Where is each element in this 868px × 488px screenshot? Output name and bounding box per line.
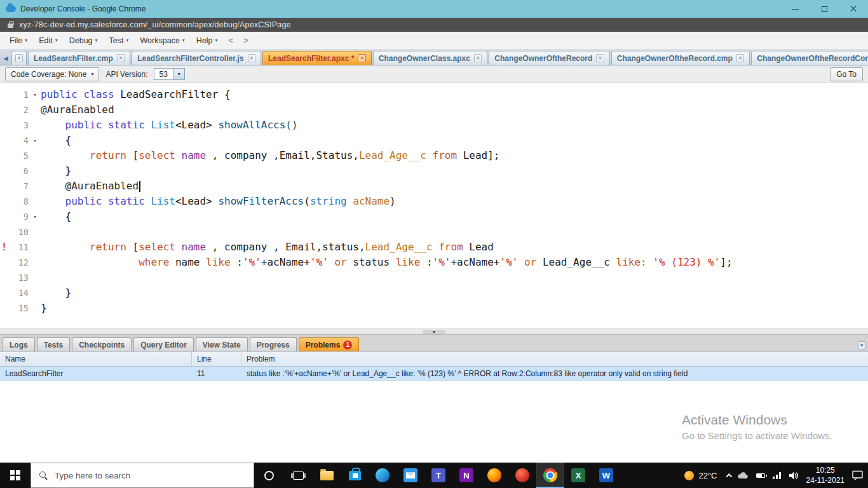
header-problem[interactable]: Problem — [241, 352, 868, 366]
code-line[interactable]: 7 @AuraEnabled — [0, 179, 868, 194]
panel-tab-label: Tests — [44, 341, 63, 349]
menu-label: Help — [196, 36, 213, 45]
panel-tab-query-editor[interactable]: Query Editor — [133, 337, 194, 351]
onedrive-cloud-icon[interactable] — [737, 471, 749, 479]
fold-caret-icon[interactable]: ▾ — [31, 209, 39, 224]
firefox-icon — [487, 468, 501, 482]
code-line[interactable]: !11 return [select name , company , Emai… — [0, 240, 868, 255]
editor-tab[interactable]: ChangeOwnerOftheRecordController.js× — [751, 51, 868, 65]
editor-tab[interactable]: LeadSearchFilterController.js× — [132, 51, 261, 65]
tab-close-icon[interactable]: × — [596, 54, 604, 62]
code-text: } — [41, 301, 47, 316]
panel-tab-logs[interactable]: Logs — [3, 337, 35, 351]
editor-tab[interactable]: ChangeOwnerOftheRecord.cmp× — [611, 51, 750, 65]
code-line[interactable]: 6 } — [0, 163, 868, 179]
code-line[interactable]: 2@AuraEnabled — [0, 102, 868, 118]
panel-splitter[interactable]: ▾ — [0, 329, 868, 335]
fold-caret-icon[interactable]: ▾ — [31, 133, 39, 148]
taskbar-clock[interactable]: 10:25 24-11-2021 — [806, 465, 845, 485]
tray-expand-icon[interactable] — [726, 473, 732, 479]
task-view-icon — [293, 471, 304, 480]
problem-row[interactable]: LeadSearchFilter11status like :'%'+acNam… — [0, 367, 868, 381]
close-button[interactable] — [839, 0, 868, 18]
restore-button[interactable] — [810, 0, 839, 18]
editor-tab[interactable]: ChangeOwnerClass.apxc× — [373, 51, 488, 65]
panel-tab-progress[interactable]: Progress — [250, 337, 297, 351]
start-button[interactable] — [0, 463, 31, 488]
taskbar-app-onenote[interactable]: N — [452, 463, 480, 488]
taskbar-apps: TNXW — [313, 463, 620, 488]
action-center-icon[interactable] — [852, 470, 863, 480]
volume-icon[interactable] — [789, 471, 799, 480]
editor-tab-active[interactable]: LeadSearchFilter.apxc *× — [262, 51, 372, 65]
menu-test[interactable]: Test▾ — [104, 34, 135, 48]
taskbar-app-opera[interactable] — [508, 463, 536, 488]
minimize-button[interactable] — [780, 0, 810, 18]
editor-tab[interactable]: LeadSearchFilter.cmp× — [28, 51, 130, 65]
code-editor[interactable]: 1▾public class LeadSearchFilter {2@AuraE… — [0, 83, 868, 329]
page-url[interactable]: xyz-78c-dev-ed.my.salesforce.com/_ui/com… — [19, 20, 291, 29]
editor-tab[interactable]: ChangeOwnerOftheRecord× — [489, 51, 609, 65]
editor-tab-clipped[interactable]: × — [11, 51, 27, 65]
panel-tab-checkpoints[interactable]: Checkpoints — [72, 337, 132, 351]
code-line[interactable]: 10 — [0, 224, 868, 240]
code-line[interactable]: 4▾ { — [0, 133, 868, 148]
splitter-handle-icon[interactable]: ▾ — [423, 330, 445, 334]
tab-close-icon[interactable]: × — [358, 54, 365, 62]
panel-tab-view-state[interactable]: View State — [196, 337, 248, 351]
menu-debug[interactable]: Debug▾ — [64, 34, 104, 48]
tab-close-icon[interactable]: × — [117, 54, 125, 62]
taskbar-app-word[interactable]: W — [592, 463, 620, 488]
code-line[interactable]: 8 public static List<Lead> showFilterAcc… — [0, 194, 868, 209]
code-line[interactable]: 13 — [0, 270, 868, 285]
taskbar-app-chrome[interactable] — [536, 463, 564, 488]
go-to-button[interactable]: Go To — [830, 67, 863, 81]
nav-back-button[interactable]: < — [224, 36, 239, 45]
menu-help[interactable]: Help▾ — [191, 34, 224, 48]
code-line[interactable]: 5 return [select name , company ,Email,S… — [0, 148, 868, 163]
code-coverage-dropdown[interactable]: Code Coverage: None ▾ — [5, 67, 99, 81]
tab-close-icon[interactable]: × — [736, 54, 744, 62]
taskbar-app-mail[interactable] — [397, 463, 424, 488]
api-version-select[interactable]: 53 ▾ — [154, 68, 184, 80]
code-line[interactable]: 1▾public class LeadSearchFilter { — [0, 87, 868, 102]
code-text: { — [41, 133, 71, 148]
taskbar-app-edge[interactable] — [369, 463, 397, 488]
code-line[interactable]: 15} — [0, 301, 868, 316]
code-line[interactable]: 9▾ { — [0, 209, 868, 224]
nav-forward-button[interactable]: > — [238, 36, 254, 45]
menu-edit[interactable]: Edit▾ — [33, 34, 64, 48]
address-bar[interactable]: xyz-78c-dev-ed.my.salesforce.com/_ui/com… — [0, 18, 868, 32]
taskbar-app-excel[interactable]: X — [564, 463, 592, 488]
taskbar-app-file-explorer[interactable] — [313, 463, 341, 488]
tab-label: LeadSearchFilter.cmp — [34, 54, 113, 63]
panel-scroll-icon[interactable]: ▾ — [858, 341, 865, 349]
tab-scroll-left-icon[interactable]: ◀ — [1, 52, 10, 65]
panel-tab-problems[interactable]: Problems1 — [299, 337, 360, 351]
header-name[interactable]: Name — [0, 352, 192, 366]
chevron-down-icon: ▾ — [55, 37, 58, 43]
panel-tab-tests[interactable]: Tests — [37, 337, 70, 351]
tab-close-icon[interactable]: × — [474, 54, 482, 62]
taskbar-app-teams[interactable]: T — [424, 463, 452, 488]
tab-close-icon[interactable]: × — [248, 54, 255, 62]
menu-workspace[interactable]: Workspace▾ — [135, 34, 191, 48]
tab-close-icon[interactable]: × — [15, 54, 23, 62]
taskbar-app-firefox[interactable] — [480, 463, 508, 488]
header-line[interactable]: Line — [192, 352, 241, 366]
task-view-button[interactable] — [283, 463, 313, 488]
network-icon[interactable] — [773, 472, 782, 479]
line-number: 12 — [8, 255, 31, 270]
menu-file[interactable]: File▾ — [4, 34, 33, 48]
fold-caret-icon[interactable]: ▾ — [31, 87, 39, 102]
weather-widget[interactable]: 22°C — [684, 471, 717, 480]
cortana-button[interactable] — [254, 463, 283, 488]
code-line[interactable]: 12 where name like :'%'+acName+'%' or st… — [0, 255, 868, 270]
battery-icon[interactable] — [756, 473, 765, 478]
code-line[interactable]: 14 } — [0, 285, 868, 301]
taskbar-search[interactable]: Type here to search — [31, 463, 254, 488]
line-gutter: 10 — [0, 224, 39, 240]
menu-label: Workspace — [140, 36, 180, 45]
code-line[interactable]: 3 public static List<Lead> showAllAccs() — [0, 118, 868, 133]
taskbar-app-microsoft-store[interactable] — [341, 463, 369, 488]
